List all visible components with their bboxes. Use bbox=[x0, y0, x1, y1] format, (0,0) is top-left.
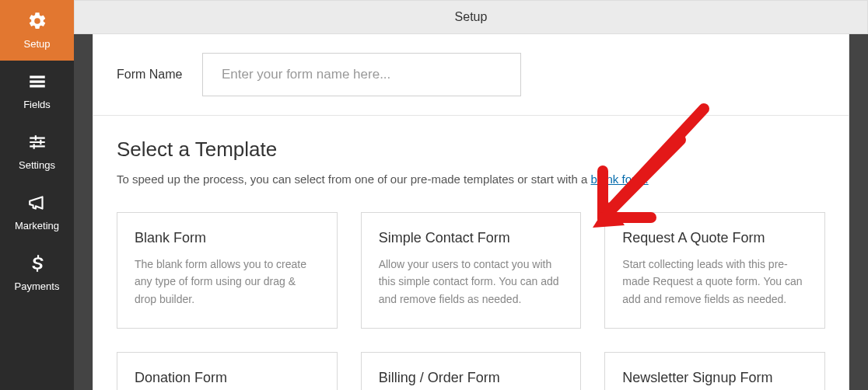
sidebar-item-fields[interactable]: Fields bbox=[0, 61, 74, 121]
sidebar-item-payments[interactable]: Payments bbox=[0, 242, 74, 303]
blank-form-link[interactable]: blank form. bbox=[590, 172, 648, 186]
sidebar-item-label: Settings bbox=[19, 159, 55, 171]
template-desc: Start collecting leads with this pre-mad… bbox=[622, 256, 807, 308]
gear-icon bbox=[27, 11, 47, 33]
template-subtext-pre: To speed up the process, you can select … bbox=[117, 172, 590, 186]
template-title: Billing / Order Form bbox=[379, 370, 564, 386]
form-name-row: Form Name bbox=[93, 34, 849, 116]
template-title: Simple Contact Form bbox=[379, 230, 564, 246]
sidebar-item-label: Fields bbox=[23, 99, 51, 110]
template-card-simple-contact[interactable]: Simple Contact Form Allow your users to … bbox=[361, 212, 582, 329]
template-card-billing[interactable]: Billing / Order Form bbox=[361, 352, 582, 390]
main-panel: Setup Form Name Select a Template To spe… bbox=[74, 0, 868, 390]
template-desc: The blank form allows you to create any … bbox=[135, 256, 320, 308]
template-desc: Allow your users to contact you with thi… bbox=[379, 256, 564, 308]
form-name-label: Form Name bbox=[93, 68, 202, 82]
sidebar-item-label: Payments bbox=[15, 280, 60, 292]
template-title: Request A Quote Form bbox=[622, 230, 807, 246]
list-icon bbox=[27, 71, 47, 94]
sidebar: Setup Fields Settings Marketing Payments bbox=[0, 0, 74, 390]
template-title: Donation Form bbox=[135, 370, 320, 386]
template-card-newsletter[interactable]: Newsletter Signup Form bbox=[604, 352, 825, 390]
megaphone-icon bbox=[27, 193, 47, 215]
form-name-input[interactable] bbox=[202, 53, 521, 96]
page-title: Setup bbox=[455, 10, 488, 24]
content: Form Name Select a Template To speed up … bbox=[93, 34, 849, 390]
dollar-icon bbox=[27, 253, 47, 276]
template-section: Select a Template To speed up the proces… bbox=[93, 116, 849, 390]
sidebar-item-label: Marketing bbox=[15, 220, 59, 232]
template-heading: Select a Template bbox=[117, 138, 825, 162]
sidebar-item-label: Setup bbox=[24, 38, 51, 50]
topbar: Setup bbox=[74, 0, 868, 34]
template-card-request-quote[interactable]: Request A Quote Form Start collecting le… bbox=[604, 212, 825, 329]
template-title: Newsletter Signup Form bbox=[622, 370, 807, 386]
sidebar-item-marketing[interactable]: Marketing bbox=[0, 182, 74, 242]
template-subtext: To speed up the process, you can select … bbox=[117, 172, 825, 186]
template-card-donation[interactable]: Donation Form bbox=[117, 352, 338, 390]
template-title: Blank Form bbox=[135, 230, 320, 246]
templates-grid: Blank Form The blank form allows you to … bbox=[117, 212, 825, 390]
sliders-icon bbox=[27, 132, 47, 155]
sidebar-item-setup[interactable]: Setup bbox=[0, 0, 74, 61]
template-card-blank[interactable]: Blank Form The blank form allows you to … bbox=[117, 212, 338, 329]
sidebar-item-settings[interactable]: Settings bbox=[0, 121, 74, 182]
